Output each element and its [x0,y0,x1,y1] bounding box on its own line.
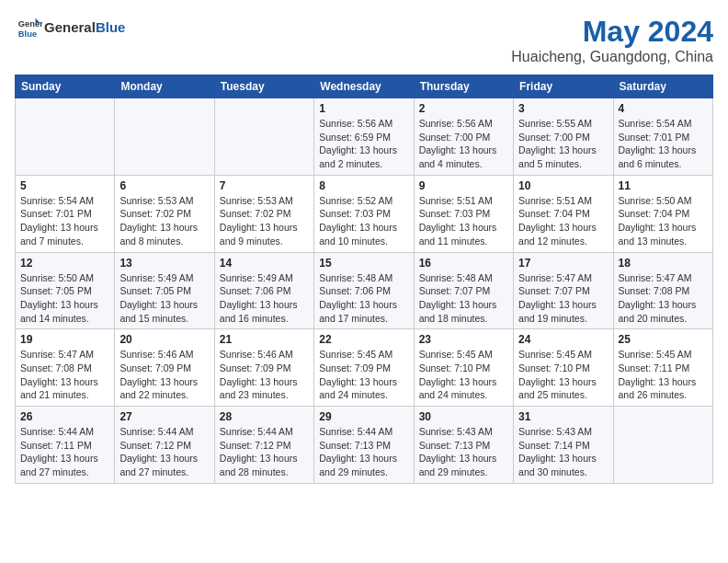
day-number: 31 [518,410,608,423]
day-number: 9 [419,179,508,192]
col-monday: Monday [115,75,214,98]
day-info: Sunrise: 5:48 AMSunset: 7:07 PMDaylight:… [419,271,508,326]
days-of-week-row: Sunday Monday Tuesday Wednesday Thursday… [16,75,713,98]
day-number: 22 [319,333,408,346]
calendar-cell: 31Sunrise: 5:43 AMSunset: 7:14 PMDayligh… [514,407,613,484]
calendar-cell: 30Sunrise: 5:43 AMSunset: 7:13 PMDayligh… [414,407,513,484]
day-info: Sunrise: 5:45 AMSunset: 7:10 PMDaylight:… [518,348,608,402]
calendar-cell: 24Sunrise: 5:45 AMSunset: 7:10 PMDayligh… [514,329,613,407]
calendar-week-3: 12Sunrise: 5:50 AMSunset: 7:05 PMDayligh… [16,252,713,329]
calendar-cell: 29Sunrise: 5:44 AMSunset: 7:13 PMDayligh… [314,407,414,484]
calendar-cell: 19Sunrise: 5:47 AMSunset: 7:08 PMDayligh… [16,329,115,407]
day-info: Sunrise: 5:46 AMSunset: 7:09 PMDaylight:… [119,348,209,402]
col-tuesday: Tuesday [214,75,313,98]
calendar-cell [115,98,214,176]
day-info: Sunrise: 5:43 AMSunset: 7:14 PMDaylight:… [518,425,608,479]
col-saturday: Saturday [613,75,712,98]
day-number: 16 [419,257,508,270]
day-number: 6 [119,179,209,192]
logo-blue-text: Blue [96,19,126,35]
calendar-cell: 11Sunrise: 5:50 AMSunset: 7:04 PMDayligh… [613,175,712,252]
calendar-week-1: 1Sunrise: 5:56 AMSunset: 6:59 PMDaylight… [16,98,713,176]
day-number: 10 [518,179,608,192]
day-info: Sunrise: 5:43 AMSunset: 7:13 PMDaylight:… [419,425,508,479]
calendar-cell: 28Sunrise: 5:44 AMSunset: 7:12 PMDayligh… [214,407,313,484]
day-number: 18 [619,257,708,270]
day-number: 26 [20,410,109,423]
day-number: 5 [20,179,109,192]
calendar-cell: 10Sunrise: 5:51 AMSunset: 7:04 PMDayligh… [514,175,613,252]
calendar-cell: 14Sunrise: 5:49 AMSunset: 7:06 PMDayligh… [214,252,313,329]
day-info: Sunrise: 5:47 AMSunset: 7:08 PMDaylight:… [619,271,708,326]
calendar-cell: 15Sunrise: 5:48 AMSunset: 7:06 PMDayligh… [314,252,414,329]
day-info: Sunrise: 5:46 AMSunset: 7:09 PMDaylight:… [220,348,309,402]
calendar-week-2: 5Sunrise: 5:54 AMSunset: 7:01 PMDaylight… [16,175,713,252]
day-info: Sunrise: 5:56 AMSunset: 6:59 PMDaylight:… [319,117,408,171]
calendar-cell: 12Sunrise: 5:50 AMSunset: 7:05 PMDayligh… [16,252,115,329]
day-info: Sunrise: 5:47 AMSunset: 7:07 PMDaylight:… [518,271,608,326]
day-number: 7 [220,179,309,192]
title-block: May 2024 Huaicheng, Guangdong, China [511,15,713,65]
day-info: Sunrise: 5:50 AMSunset: 7:05 PMDaylight:… [20,271,109,326]
day-info: Sunrise: 5:45 AMSunset: 7:09 PMDaylight:… [319,348,408,402]
day-info: Sunrise: 5:49 AMSunset: 7:05 PMDaylight:… [119,271,209,326]
logo: General Blue GeneralBlue [15,15,125,40]
calendar-cell [16,98,115,176]
calendar-table: Sunday Monday Tuesday Wednesday Thursday… [15,75,713,484]
calendar-cell [214,98,313,176]
day-number: 1 [319,102,408,115]
day-number: 13 [119,257,209,270]
calendar-header: Sunday Monday Tuesday Wednesday Thursday… [16,75,713,98]
subtitle: Huaicheng, Guangdong, China [511,49,713,65]
logo-general-text: General [44,19,96,35]
day-info: Sunrise: 5:44 AMSunset: 7:12 PMDaylight:… [119,425,209,479]
day-info: Sunrise: 5:55 AMSunset: 7:00 PMDaylight:… [518,117,608,171]
col-thursday: Thursday [414,75,513,98]
day-info: Sunrise: 5:56 AMSunset: 7:00 PMDaylight:… [419,117,508,171]
col-friday: Friday [514,75,613,98]
day-number: 30 [419,410,508,423]
day-number: 14 [220,257,309,270]
day-number: 29 [319,410,408,423]
day-number: 15 [319,257,408,270]
day-number: 25 [619,333,708,346]
calendar-cell: 6Sunrise: 5:53 AMSunset: 7:02 PMDaylight… [115,175,214,252]
svg-text:Blue: Blue [18,29,37,39]
day-info: Sunrise: 5:51 AMSunset: 7:04 PMDaylight:… [518,194,608,248]
day-info: Sunrise: 5:48 AMSunset: 7:06 PMDaylight:… [319,271,408,326]
day-info: Sunrise: 5:45 AMSunset: 7:10 PMDaylight:… [419,348,508,402]
calendar-cell: 2Sunrise: 5:56 AMSunset: 7:00 PMDaylight… [414,98,513,176]
calendar-cell: 27Sunrise: 5:44 AMSunset: 7:12 PMDayligh… [115,407,214,484]
col-wednesday: Wednesday [314,75,414,98]
col-sunday: Sunday [16,75,115,98]
calendar-cell: 3Sunrise: 5:55 AMSunset: 7:00 PMDaylight… [514,98,613,176]
calendar-cell: 13Sunrise: 5:49 AMSunset: 7:05 PMDayligh… [115,252,214,329]
calendar-cell: 20Sunrise: 5:46 AMSunset: 7:09 PMDayligh… [115,329,214,407]
calendar-cell: 1Sunrise: 5:56 AMSunset: 6:59 PMDaylight… [314,98,414,176]
day-info: Sunrise: 5:53 AMSunset: 7:02 PMDaylight:… [119,194,209,248]
calendar-cell: 25Sunrise: 5:45 AMSunset: 7:11 PMDayligh… [613,329,712,407]
day-number: 8 [319,179,408,192]
day-number: 11 [619,179,708,192]
day-number: 27 [119,410,209,423]
svg-text:General: General [18,19,42,29]
day-info: Sunrise: 5:44 AMSunset: 7:12 PMDaylight:… [220,425,309,479]
calendar-cell [613,407,712,484]
calendar-cell: 18Sunrise: 5:47 AMSunset: 7:08 PMDayligh… [613,252,712,329]
day-info: Sunrise: 5:54 AMSunset: 7:01 PMDaylight:… [20,194,109,248]
calendar-cell: 9Sunrise: 5:51 AMSunset: 7:03 PMDaylight… [414,175,513,252]
day-number: 12 [20,257,109,270]
day-number: 28 [220,410,309,423]
calendar-cell: 4Sunrise: 5:54 AMSunset: 7:01 PMDaylight… [613,98,712,176]
calendar-cell: 23Sunrise: 5:45 AMSunset: 7:10 PMDayligh… [414,329,513,407]
day-number: 2 [419,102,508,115]
calendar-week-4: 19Sunrise: 5:47 AMSunset: 7:08 PMDayligh… [16,329,713,407]
calendar-cell: 5Sunrise: 5:54 AMSunset: 7:01 PMDaylight… [16,175,115,252]
day-info: Sunrise: 5:51 AMSunset: 7:03 PMDaylight:… [419,194,508,248]
calendar-cell: 7Sunrise: 5:53 AMSunset: 7:02 PMDaylight… [214,175,313,252]
main-title: May 2024 [511,15,713,49]
day-info: Sunrise: 5:45 AMSunset: 7:11 PMDaylight:… [619,348,708,402]
day-number: 4 [619,102,708,115]
day-number: 19 [20,333,109,346]
calendar-cell: 22Sunrise: 5:45 AMSunset: 7:09 PMDayligh… [314,329,414,407]
